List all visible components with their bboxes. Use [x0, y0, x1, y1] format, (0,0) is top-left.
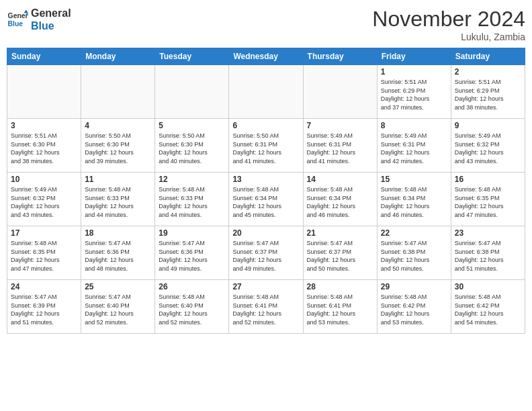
day-number: 12	[159, 175, 225, 184]
day-number: 10	[11, 175, 77, 184]
svg-marker-2	[24, 10, 28, 13]
day-number: 1	[381, 67, 447, 77]
calendar-cell: 3Sunrise: 5:51 AMSunset: 6:30 PMDaylight…	[7, 119, 81, 173]
calendar-cell: 6Sunrise: 5:50 AMSunset: 6:31 PMDaylight…	[229, 119, 303, 173]
calendar-cell: 13Sunrise: 5:48 AMSunset: 6:34 PMDayligh…	[229, 173, 303, 226]
day-info: Sunrise: 5:50 AMSunset: 6:30 PMDaylight:…	[159, 132, 225, 165]
calendar-cell: 4Sunrise: 5:50 AMSunset: 6:30 PMDaylight…	[81, 119, 155, 173]
day-number: 28	[307, 282, 373, 291]
calendar-cell: 20Sunrise: 5:47 AMSunset: 6:37 PMDayligh…	[229, 226, 303, 280]
calendar-cell	[7, 65, 81, 119]
day-number: 23	[455, 228, 521, 238]
day-number: 20	[232, 228, 299, 238]
calendar-cell: 7Sunrise: 5:49 AMSunset: 6:31 PMDaylight…	[303, 119, 377, 173]
col-thursday: Thursday	[303, 48, 377, 65]
calendar-cell: 26Sunrise: 5:48 AMSunset: 6:40 PMDayligh…	[155, 280, 229, 334]
calendar-week-1: 1Sunrise: 5:51 AMSunset: 6:29 PMDaylight…	[7, 65, 525, 119]
day-number: 6	[232, 121, 299, 130]
logo: General Blue General Blue	[7, 7, 71, 32]
day-info: Sunrise: 5:47 AMSunset: 6:37 PMDaylight:…	[307, 239, 373, 273]
calendar-cell	[155, 65, 229, 119]
day-info: Sunrise: 5:48 AMSunset: 6:35 PMDaylight:…	[11, 239, 77, 273]
day-info: Sunrise: 5:48 AMSunset: 6:34 PMDaylight:…	[232, 185, 299, 219]
day-number: 24	[11, 282, 77, 291]
calendar-cell: 16Sunrise: 5:48 AMSunset: 6:35 PMDayligh…	[451, 173, 525, 226]
calendar-cell	[81, 65, 155, 119]
calendar-cell: 5Sunrise: 5:50 AMSunset: 6:30 PMDaylight…	[155, 119, 229, 173]
day-number: 17	[11, 228, 77, 238]
col-wednesday: Wednesday	[229, 48, 303, 65]
calendar-cell: 22Sunrise: 5:47 AMSunset: 6:38 PMDayligh…	[377, 226, 451, 280]
calendar-week-3: 10Sunrise: 5:49 AMSunset: 6:32 PMDayligh…	[7, 173, 525, 226]
day-info: Sunrise: 5:48 AMSunset: 6:34 PMDaylight:…	[307, 185, 373, 219]
calendar-cell: 12Sunrise: 5:48 AMSunset: 6:33 PMDayligh…	[155, 173, 229, 226]
calendar-cell	[303, 65, 377, 119]
calendar-cell: 30Sunrise: 5:48 AMSunset: 6:42 PMDayligh…	[451, 280, 525, 334]
location: Lukulu, Zambia	[372, 32, 525, 42]
svg-text:Blue: Blue	[8, 20, 24, 28]
day-info: Sunrise: 5:47 AMSunset: 6:39 PMDaylight:…	[11, 293, 77, 326]
day-info: Sunrise: 5:48 AMSunset: 6:42 PMDaylight:…	[381, 293, 447, 326]
day-number: 9	[455, 121, 521, 130]
calendar-body: 1Sunrise: 5:51 AMSunset: 6:29 PMDaylight…	[7, 65, 525, 334]
day-number: 7	[307, 121, 373, 130]
day-number: 25	[85, 282, 151, 291]
day-number: 30	[455, 282, 521, 291]
day-info: Sunrise: 5:47 AMSunset: 6:38 PMDaylight:…	[381, 239, 447, 273]
day-number: 16	[455, 175, 521, 184]
day-info: Sunrise: 5:48 AMSunset: 6:41 PMDaylight:…	[232, 293, 299, 326]
logo-general: General	[31, 7, 71, 19]
day-number: 27	[232, 282, 299, 291]
calendar-table: Sunday Monday Tuesday Wednesday Thursday…	[7, 48, 525, 334]
title-block: November 2024 Lukulu, Zambia	[372, 7, 525, 42]
calendar-cell: 8Sunrise: 5:49 AMSunset: 6:31 PMDaylight…	[377, 119, 451, 173]
day-number: 26	[159, 282, 225, 291]
col-friday: Friday	[377, 48, 451, 65]
month-title: November 2024	[372, 7, 525, 32]
day-number: 2	[455, 67, 521, 77]
day-number: 18	[85, 228, 151, 238]
calendar-cell: 1Sunrise: 5:51 AMSunset: 6:29 PMDaylight…	[377, 65, 451, 119]
day-info: Sunrise: 5:48 AMSunset: 6:40 PMDaylight:…	[159, 293, 225, 326]
calendar-cell: 28Sunrise: 5:48 AMSunset: 6:41 PMDayligh…	[303, 280, 377, 334]
page: General Blue General Blue November 2024 …	[0, 0, 532, 411]
calendar-cell: 14Sunrise: 5:48 AMSunset: 6:34 PMDayligh…	[303, 173, 377, 226]
calendar-week-4: 17Sunrise: 5:48 AMSunset: 6:35 PMDayligh…	[7, 226, 525, 280]
calendar-cell: 11Sunrise: 5:48 AMSunset: 6:33 PMDayligh…	[81, 173, 155, 226]
day-info: Sunrise: 5:48 AMSunset: 6:42 PMDaylight:…	[455, 293, 521, 326]
day-info: Sunrise: 5:50 AMSunset: 6:30 PMDaylight:…	[85, 132, 151, 165]
day-number: 13	[232, 175, 299, 184]
day-number: 15	[381, 175, 447, 184]
day-number: 29	[381, 282, 447, 291]
day-info: Sunrise: 5:48 AMSunset: 6:34 PMDaylight:…	[381, 185, 447, 219]
header: General Blue General Blue November 2024 …	[7, 7, 525, 42]
calendar-cell: 24Sunrise: 5:47 AMSunset: 6:39 PMDayligh…	[7, 280, 81, 334]
col-sunday: Sunday	[7, 48, 81, 65]
day-info: Sunrise: 5:49 AMSunset: 6:32 PMDaylight:…	[11, 185, 77, 219]
day-info: Sunrise: 5:47 AMSunset: 6:40 PMDaylight:…	[85, 293, 151, 326]
col-saturday: Saturday	[451, 48, 525, 65]
day-number: 14	[307, 175, 373, 184]
day-number: 8	[381, 121, 447, 130]
day-number: 22	[381, 228, 447, 238]
day-number: 11	[85, 175, 151, 184]
calendar-cell: 2Sunrise: 5:51 AMSunset: 6:29 PMDaylight…	[451, 65, 525, 119]
day-number: 21	[307, 228, 373, 238]
calendar-cell: 15Sunrise: 5:48 AMSunset: 6:34 PMDayligh…	[377, 173, 451, 226]
day-info: Sunrise: 5:48 AMSunset: 6:41 PMDaylight:…	[307, 293, 373, 326]
calendar-cell: 23Sunrise: 5:47 AMSunset: 6:38 PMDayligh…	[451, 226, 525, 280]
day-number: 3	[11, 121, 77, 130]
calendar-cell: 19Sunrise: 5:47 AMSunset: 6:36 PMDayligh…	[155, 226, 229, 280]
calendar-cell: 9Sunrise: 5:49 AMSunset: 6:32 PMDaylight…	[451, 119, 525, 173]
day-info: Sunrise: 5:47 AMSunset: 6:38 PMDaylight:…	[455, 239, 521, 273]
day-info: Sunrise: 5:47 AMSunset: 6:36 PMDaylight:…	[159, 239, 225, 273]
day-number: 4	[85, 121, 151, 130]
calendar-cell: 18Sunrise: 5:47 AMSunset: 6:36 PMDayligh…	[81, 226, 155, 280]
calendar-cell: 27Sunrise: 5:48 AMSunset: 6:41 PMDayligh…	[229, 280, 303, 334]
calendar-cell	[229, 65, 303, 119]
day-info: Sunrise: 5:51 AMSunset: 6:30 PMDaylight:…	[11, 132, 77, 165]
calendar-week-2: 3Sunrise: 5:51 AMSunset: 6:30 PMDaylight…	[7, 119, 525, 173]
calendar-cell: 17Sunrise: 5:48 AMSunset: 6:35 PMDayligh…	[7, 226, 81, 280]
day-info: Sunrise: 5:48 AMSunset: 6:33 PMDaylight:…	[85, 185, 151, 219]
calendar-week-5: 24Sunrise: 5:47 AMSunset: 6:39 PMDayligh…	[7, 280, 525, 334]
